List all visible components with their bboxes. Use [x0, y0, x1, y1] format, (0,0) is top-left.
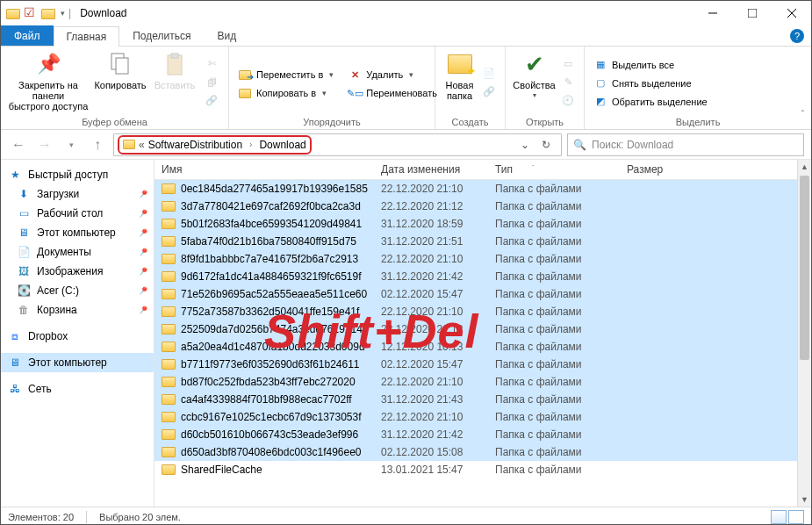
breadcrumb-segment[interactable]: SoftwareDistribution — [148, 139, 242, 151]
file-name: 252509da7d0256b7474a3edd76191148 — [181, 323, 369, 335]
folder-icon — [162, 447, 176, 457]
nav-back-button[interactable]: ← — [8, 134, 29, 155]
file-size — [620, 415, 690, 419]
column-date[interactable]: Дата изменения — [374, 160, 488, 179]
maximize-button[interactable] — [732, 1, 772, 25]
table-row[interactable]: 7752a73587b3362d504041ffe159e41f22.12.20… — [154, 303, 811, 320]
nav-network[interactable]: 🖧Сеть — [1, 379, 154, 399]
column-size[interactable]: Размер — [620, 160, 690, 179]
table-row[interactable]: 3d7a7780421e697caf2692f0bca2ca3d22.12.20… — [154, 198, 811, 215]
file-size — [620, 240, 690, 243]
nav-this-pc-root[interactable]: 🖥Этот компьютер — [1, 353, 154, 372]
file-date: 22.12.2020 21:10 — [374, 374, 488, 390]
minimize-button[interactable] — [693, 1, 732, 25]
column-name[interactable]: Имя ˆ — [154, 160, 374, 179]
status-element-count: Элементов: 20 — [8, 512, 74, 522]
table-row[interactable]: d650ad3bf870408e6bdc003c1f496ee002.12.20… — [154, 443, 811, 461]
close-button[interactable] — [772, 1, 811, 25]
table-row[interactable]: a5a20ea4d1c4870fa1b0dd22033d009d12.12.20… — [154, 338, 811, 356]
table-row[interactable]: 0ec1845da277465a19917b19396e158522.12.20… — [154, 180, 811, 198]
delete-button[interactable]: ✕ Удалить — [344, 66, 441, 83]
rename-button[interactable]: ✎▭ Переименовать — [344, 84, 441, 102]
file-size — [620, 327, 690, 331]
nav-dropbox[interactable]: ⧈Dropbox — [1, 327, 154, 346]
nav-recycle-bin[interactable]: 🗑Корзина📍 — [1, 300, 154, 320]
table-row[interactable]: SharedFileCache13.01.2021 15:47Папка с ф… — [154, 461, 811, 478]
table-row[interactable]: ccbc9167e1025c1ecbc67d9c1373053f22.12.20… — [154, 408, 811, 426]
tab-share[interactable]: Поделиться — [119, 25, 204, 46]
file-size — [620, 363, 690, 366]
titlebar-check-icon[interactable]: ☑ — [24, 6, 38, 20]
tab-file[interactable]: Файл — [1, 25, 54, 46]
tab-view[interactable]: Вид — [204, 25, 249, 46]
ribbon-collapse-button[interactable]: ˆ — [801, 110, 804, 119]
easy-access-button[interactable]: 🔗 — [478, 83, 499, 100]
file-list[interactable]: Имя ˆ Дата изменения Тип Размер 0ec1845d… — [154, 160, 811, 507]
search-input[interactable]: 🔍 Поиск: Download — [567, 133, 804, 156]
rename-icon: ✎▭ — [348, 86, 362, 100]
scroll-thumb[interactable] — [800, 176, 809, 360]
svg-rect-7 — [171, 54, 178, 58]
select-all-icon: ▦ — [593, 58, 607, 72]
tab-home[interactable]: Главная — [54, 26, 120, 47]
table-row[interactable]: 5b01f2683fa4bce65993541209d4984131.12.20… — [154, 215, 811, 233]
scrollbar[interactable]: ▲ ▼ — [797, 160, 811, 507]
table-row[interactable]: bd87f0c252fbda523b43ff7ebc27202022.12.20… — [154, 373, 811, 391]
table-row[interactable]: d60cb501610b066743c53eade3ef99631.12.202… — [154, 426, 811, 443]
nav-pictures[interactable]: 🖼Изображения📍 — [1, 262, 154, 281]
nav-desktop[interactable]: ▭Рабочий стол📍 — [1, 204, 154, 223]
invert-selection-button[interactable]: ◩ Обратить выделение — [590, 93, 711, 111]
column-headers[interactable]: Имя ˆ Дата изменения Тип Размер — [154, 160, 811, 180]
file-date: 02.12.2020 15:47 — [374, 286, 488, 302]
breadcrumb-segment[interactable]: Download — [259, 139, 305, 151]
titlebar-menu-caret[interactable]: ▾ — [61, 9, 65, 18]
group-label-create: Создать — [441, 116, 499, 129]
computer-icon: 🖥 — [17, 226, 31, 240]
view-large-icons-button[interactable] — [788, 510, 804, 524]
navigation-pane[interactable]: ★ Быстрый доступ ⬇Загрузки📍 ▭Рабочий сто… — [1, 160, 154, 507]
group-label-clipboard: Буфер обмена — [6, 116, 223, 129]
nav-downloads[interactable]: ⬇Загрузки📍 — [1, 184, 154, 204]
select-none-button[interactable]: ▢ Снять выделение — [590, 75, 711, 92]
copy-button[interactable]: Копировать — [90, 48, 150, 116]
address-dropdown[interactable]: ⌄ — [515, 139, 535, 151]
table-row[interactable]: ca4af4339884f7018bf988ecac7702ff31.12.20… — [154, 391, 811, 408]
nav-drive-c[interactable]: 💽Acer (C:)📍 — [1, 281, 154, 300]
new-item-button[interactable]: 📄 — [478, 64, 499, 82]
table-row[interactable]: 252509da7d0256b7474a3edd7619114822.12.20… — [154, 320, 811, 338]
nav-quick-access[interactable]: ★ Быстрый доступ — [1, 165, 154, 184]
help-icon[interactable]: ? — [790, 29, 804, 43]
table-row[interactable]: 5faba74f0d21b16ba7580840ff915d7531.12.20… — [154, 233, 811, 250]
copy-path-button[interactable]: 🗐 — [201, 74, 222, 91]
table-row[interactable]: 8f9fd1babbbc7a7e41675f2b6a7c291322.12.20… — [154, 250, 811, 268]
folder-icon — [162, 219, 176, 229]
nav-this-pc[interactable]: 🖥Этот компьютер📍 — [1, 223, 154, 242]
move-to-button[interactable]: ➜ Переместить в — [234, 66, 337, 83]
scroll-up[interactable]: ▲ — [798, 160, 811, 174]
open-button[interactable]: ▭ — [557, 55, 578, 73]
table-row[interactable]: 9d6172fa1dc41a4884659321f9fc6519f31.12.2… — [154, 268, 811, 285]
refresh-button[interactable]: ↻ — [535, 139, 557, 151]
table-row[interactable]: b7711f9773e6f0352690d63f61b2461102.12.20… — [154, 356, 811, 373]
history-button[interactable]: 🕘 — [557, 92, 578, 110]
view-details-button[interactable] — [771, 510, 787, 524]
copy-to-button[interactable]: Копировать в — [234, 84, 337, 102]
new-folder-button[interactable]: ✦ Новая папка — [441, 48, 478, 116]
select-all-button[interactable]: ▦ Выделить все — [590, 56, 711, 74]
file-type: Папка с файлами — [488, 304, 620, 320]
pin-quick-access-button[interactable]: 📌 Закрепить на панели быстрого доступа — [6, 48, 90, 116]
properties-button[interactable]: ✔ Свойства ▾ — [511, 48, 557, 116]
file-size — [620, 205, 690, 208]
scroll-down[interactable]: ▼ — [798, 493, 811, 507]
address-bar[interactable]: « SoftwareDistribution › Download ⌄ ↻ — [113, 133, 562, 156]
nav-recent-button[interactable]: ▾ — [61, 134, 82, 155]
breadcrumb[interactable]: « SoftwareDistribution › Download — [118, 135, 312, 155]
file-date: 02.12.2020 15:47 — [374, 356, 488, 372]
table-row[interactable]: 71e526b9695ac52a555eaea5e511ce6002.12.20… — [154, 285, 811, 303]
nav-documents[interactable]: 📄Документы📍 — [1, 242, 154, 262]
folder-icon — [162, 429, 176, 440]
column-type[interactable]: Тип — [488, 160, 620, 179]
folder-icon — [162, 324, 176, 334]
nav-up-button[interactable]: ↑ — [87, 134, 108, 155]
file-size — [620, 433, 690, 436]
